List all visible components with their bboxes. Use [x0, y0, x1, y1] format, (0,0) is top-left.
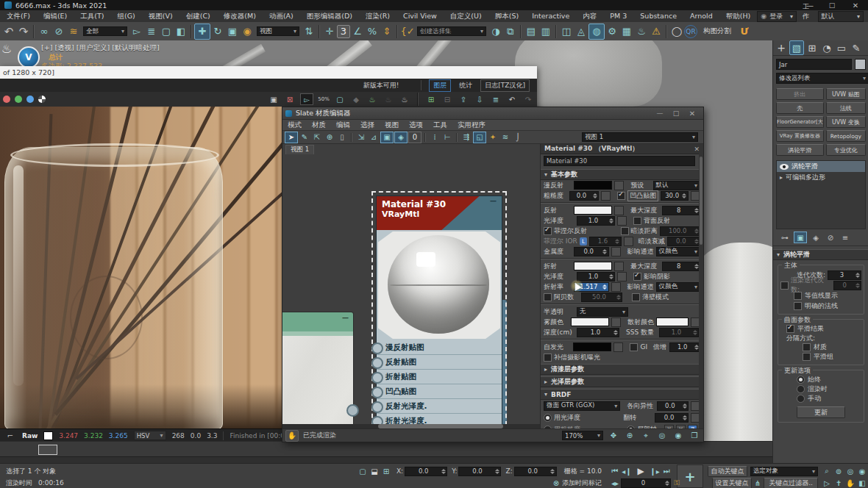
test-resolution-icon[interactable]: 50%	[318, 94, 330, 104]
use-pivot-center-icon[interactable]: ⇅	[302, 24, 316, 39]
menu-content[interactable]: 内容	[576, 10, 603, 22]
teapot-icon[interactable]: ♨	[1, 42, 12, 56]
placement-icon[interactable]: ◉	[240, 24, 255, 39]
go-to-end-icon[interactable]: ⏭	[661, 466, 672, 476]
smooth-result-checkbox[interactable]	[786, 325, 794, 333]
show-in-viewport-icon[interactable]: ▣	[380, 132, 394, 143]
vfb-update-banner[interactable]: 新版本可用!	[363, 81, 399, 90]
visibility-eye-icon[interactable]	[780, 164, 789, 170]
edit-named-sets-icon[interactable]: {✓	[400, 24, 415, 39]
composition-split-label[interactable]: 构图分割	[703, 26, 731, 36]
render-production-icon[interactable]: ♨	[634, 24, 649, 39]
use-gloss-radio[interactable]	[544, 414, 552, 422]
menu-animation[interactable]: 动画(A)	[263, 10, 300, 22]
viewport-label[interactable]: [+] [透视] [用户定义] [默认明暗处理]	[41, 43, 160, 53]
schematic-view-icon[interactable]: ◬	[574, 24, 588, 39]
when-rendering-radio[interactable]	[797, 385, 805, 393]
slot-reflect-map[interactable]: 反射贴图	[377, 355, 502, 370]
gloss-field[interactable]: 1.0	[577, 216, 615, 226]
slate-menu-options[interactable]: 选项	[404, 119, 428, 131]
abbe-checkbox[interactable]	[544, 293, 552, 301]
login-dropdown[interactable]: ◉ 登录 ▾	[757, 11, 797, 22]
slot-diffuse-map[interactable]: 漫反射贴图	[377, 340, 502, 355]
explicit-normals-checkbox[interactable]	[794, 302, 802, 310]
menu-graph-editors[interactable]: 图形编辑器(D)	[300, 10, 359, 22]
mirror-icon[interactable]: ◑	[488, 24, 503, 39]
time-slider-handle[interactable]	[38, 445, 57, 455]
input-socket[interactable]	[371, 342, 383, 354]
u-render-icon[interactable]: Ư	[737, 24, 752, 39]
button-vray-displacement[interactable]: VRay 置换修改器	[776, 130, 824, 142]
assign-to-selection-icon[interactable]: ⊕	[324, 132, 335, 143]
refract-map-button[interactable]	[614, 262, 624, 271]
vfb-tab-layers[interactable]: 图层	[429, 79, 451, 92]
add-time-tag-label[interactable]: 添加时间标记	[562, 478, 602, 488]
roughness-field[interactable]: 0.0	[569, 191, 600, 201]
thin-checkbox[interactable]	[632, 293, 640, 301]
selected-object-dropdown[interactable]: 选定对象	[750, 467, 818, 476]
map-output-socket[interactable]	[346, 404, 359, 417]
slate-menu-select[interactable]: 选择	[355, 119, 380, 131]
pick-material-icon[interactable]: ✎	[299, 132, 310, 143]
configure-modifier-icon[interactable]: ≡	[839, 232, 851, 243]
refract-swatch[interactable]	[574, 262, 612, 270]
ribbon-toggle-icon[interactable]: ▥	[538, 24, 553, 39]
stack-item-turbosmooth[interactable]: 涡轮平滑	[777, 161, 865, 172]
menu-pm3[interactable]: PM 3	[603, 10, 633, 22]
go-to-start-icon[interactable]: ⏮	[609, 466, 621, 476]
roughness-map-button[interactable]	[601, 191, 611, 201]
show-background-icon[interactable]: ◈	[394, 132, 408, 143]
close-button[interactable]: ✕	[843, 0, 868, 10]
dim-dist-checkbox[interactable]	[621, 227, 629, 235]
menu-civil-view[interactable]: Civil View	[396, 10, 444, 22]
isolate-selection-icon[interactable]: ▢	[357, 466, 369, 476]
clear-image-icon[interactable]: ⊠	[284, 94, 296, 104]
manually-radio[interactable]	[797, 395, 805, 403]
zoom-extents-viewport-icon[interactable]: ◎	[844, 466, 856, 476]
tab-utilities[interactable]: ✎	[850, 41, 863, 54]
bump-label[interactable]: 凹凸贴图	[627, 190, 658, 201]
input-socket[interactable]	[371, 357, 383, 369]
depth-field[interactable]: 1.0	[577, 328, 619, 337]
menu-file[interactable]: 文件(F)	[0, 10, 37, 22]
undo-icon[interactable]: ↶	[1, 24, 16, 39]
move-icon[interactable]: ✚	[194, 24, 210, 40]
frame-back-icon[interactable]: ◂▸	[609, 478, 621, 488]
menu-rendering[interactable]: 渲染(R)	[359, 10, 396, 22]
bump-checkbox[interactable]	[617, 192, 625, 200]
tab-create[interactable]: +	[775, 41, 788, 54]
menu-tools[interactable]: 工具(T)	[74, 10, 110, 22]
preview-window-icon[interactable]: ◱	[473, 132, 486, 143]
slate-menu-material[interactable]: 材质	[307, 119, 331, 131]
fog-swatch[interactable]	[571, 317, 609, 326]
save-image-icon[interactable]: ▣	[268, 94, 280, 104]
selection-lock-icon[interactable]: ⬓	[369, 466, 380, 476]
put-to-library-icon[interactable]: ⇱	[311, 132, 323, 143]
render-setup-icon[interactable]: ⚙	[605, 24, 619, 39]
axis-z-button[interactable]: Z	[688, 425, 697, 429]
zoom-icon[interactable]: ⊕	[624, 431, 636, 441]
tab-modify[interactable]: ▧	[789, 40, 804, 55]
rmax-depth-field[interactable]: 8	[662, 262, 700, 271]
local-axis-radio[interactable]	[627, 426, 635, 429]
arnold-view-icon[interactable]: ◯	[669, 24, 684, 39]
scatter-swatch[interactable]	[656, 317, 689, 326]
scale-icon[interactable]: ▣	[225, 24, 240, 39]
affect-ch-dropdown[interactable]: 仅颜色	[656, 247, 700, 256]
zoom-extents-selected-icon[interactable]: ◉	[672, 431, 684, 441]
snap-toggle-icon[interactable]: 3	[337, 25, 350, 38]
button-turbosmooth[interactable]: 涡轮平滑	[776, 144, 824, 156]
zoom-extents-icon[interactable]: ◎	[656, 431, 668, 441]
rollout-brdf[interactable]: ▾BRDF	[541, 389, 703, 400]
rollout-coat[interactable]: ▸清漆层参数	[541, 364, 703, 375]
zoom-viewport-icon[interactable]: ⌕	[821, 466, 833, 476]
slate-maximize-button[interactable]: □	[668, 108, 684, 118]
slate-menu-utilities[interactable]: 实用程序	[452, 119, 491, 131]
pan-icon[interactable]: ✥	[608, 431, 619, 441]
button-floorgenerator[interactable]: FloorGenerator[大	[776, 116, 824, 128]
raffect-ch-dropdown[interactable]: 仅颜色	[656, 282, 700, 292]
select-object-icon[interactable]: ▻	[129, 24, 144, 39]
pan-to-selected-icon[interactable]: ❐	[689, 431, 700, 441]
by-smoothing-checkbox[interactable]	[803, 353, 811, 361]
curve-editor-icon[interactable]: ◫	[559, 24, 574, 39]
